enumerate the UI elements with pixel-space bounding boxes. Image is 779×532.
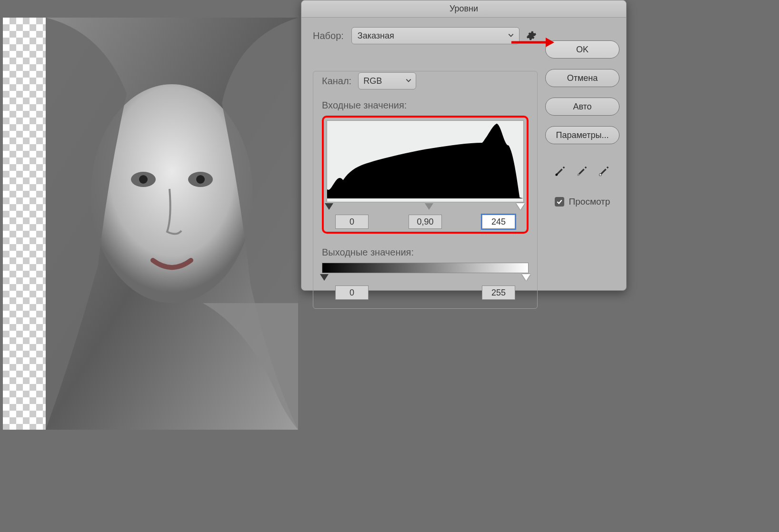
highlight-slider-icon[interactable] [516, 203, 525, 210]
preset-select[interactable]: Заказная [351, 27, 519, 44]
input-slider-track[interactable] [327, 203, 524, 211]
eyedropper-gray-icon[interactable] [576, 164, 589, 177]
chevron-down-icon [405, 76, 412, 86]
input-white-field[interactable] [482, 215, 515, 229]
channel-value: RGB [363, 76, 382, 86]
ok-button[interactable]: OK [545, 40, 619, 59]
output-levels-label: Выходные значения: [322, 247, 414, 257]
svg-point-8 [599, 174, 602, 176]
options-label: Параметры... [556, 130, 609, 140]
eyedropper-black-icon[interactable] [554, 164, 567, 177]
auto-button[interactable]: Авто [545, 98, 619, 116]
preset-label: Набор: [313, 30, 344, 41]
output-gradient[interactable] [322, 263, 529, 273]
svg-point-5 [196, 175, 205, 184]
canvas-area [3, 18, 298, 430]
ok-label: OK [576, 45, 589, 55]
dialog-title-text: Уровни [449, 4, 478, 14]
preview-checkbox[interactable] [555, 197, 564, 207]
output-black-field[interactable] [335, 286, 369, 300]
output-white-slider-icon[interactable] [522, 274, 530, 281]
cancel-label: Отмена [567, 73, 598, 83]
input-levels-highlight [322, 116, 529, 234]
levels-dialog: Уровни Набор: Заказная Канал: RGB [301, 0, 627, 291]
midtone-slider-icon[interactable] [425, 203, 433, 210]
gear-icon[interactable] [526, 30, 537, 41]
image-layer [46, 18, 298, 430]
cancel-button[interactable]: Отмена [545, 69, 619, 87]
transparency-background [3, 18, 298, 430]
chevron-down-icon [508, 31, 514, 41]
options-button[interactable]: Параметры... [545, 126, 619, 144]
input-gamma-field[interactable] [409, 215, 442, 229]
preview-label: Просмотр [569, 197, 610, 207]
input-black-field[interactable] [335, 215, 369, 229]
svg-point-4 [139, 175, 148, 184]
dialog-title: Уровни [301, 0, 626, 18]
output-black-slider-icon[interactable] [320, 274, 329, 281]
input-levels-label: Входные значения: [322, 100, 407, 110]
svg-point-6 [556, 174, 558, 176]
shadow-slider-icon[interactable] [325, 203, 333, 210]
channel-label: Канал: [322, 76, 351, 87]
histogram[interactable] [327, 120, 524, 202]
output-slider-track[interactable] [322, 274, 529, 282]
auto-label: Авто [573, 102, 591, 112]
svg-point-7 [578, 174, 580, 176]
output-white-field[interactable] [482, 286, 515, 300]
preset-value: Заказная [358, 31, 394, 41]
channel-select[interactable]: RGB [358, 72, 416, 89]
eyedropper-white-icon[interactable] [598, 164, 611, 177]
